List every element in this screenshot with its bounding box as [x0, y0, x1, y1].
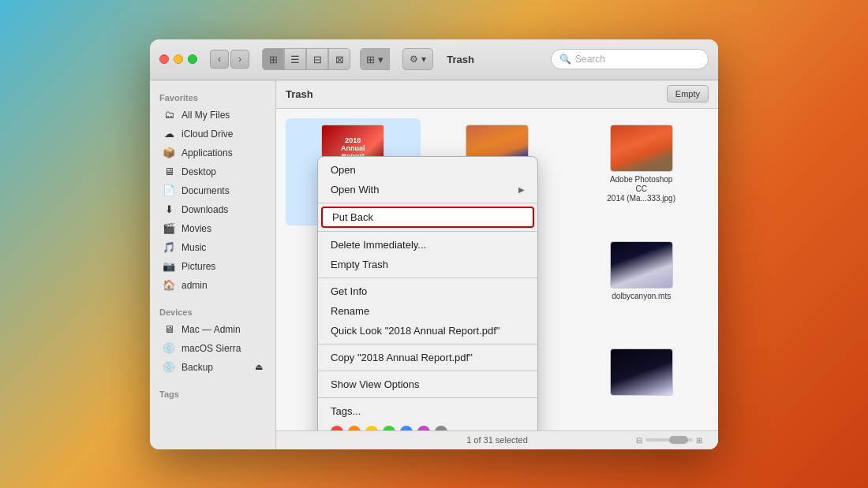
tag-orange[interactable]	[348, 426, 361, 430]
menu-separator	[318, 278, 537, 278]
sidebar-item-movies[interactable]: 🎬 Movies	[153, 219, 272, 238]
file-thumbnail	[610, 348, 673, 396]
menu-separator	[318, 397, 537, 398]
search-bar[interactable]: 🔍 Search	[551, 49, 709, 69]
zoom-out-icon: ⊟	[636, 436, 642, 445]
movies-icon: 🎬	[163, 222, 175, 235]
menu-separator	[318, 203, 537, 203]
pictures-icon: 📷	[163, 260, 175, 273]
columns-view-button[interactable]: ⊟	[306, 48, 328, 70]
context-menu: Open Open With ▶ Put Back Delete Immedia…	[317, 156, 538, 430]
tag-gray[interactable]	[435, 426, 447, 430]
sidebar-item-label: Desktop	[181, 166, 216, 177]
sidebar-item-label: Backup	[181, 362, 213, 373]
search-placeholder: Search	[575, 54, 605, 65]
downloads-icon: ⬇	[163, 203, 175, 216]
tag-green[interactable]	[383, 426, 395, 430]
menu-item-copy[interactable]: Copy "2018 Annual Report.pdf"	[318, 348, 537, 367]
macos-icon: 💿	[163, 342, 175, 355]
sidebar: Favorites 🗂 All My Files ☁ iCloud Drive …	[150, 80, 276, 449]
back-button[interactable]: ‹	[210, 50, 229, 69]
sidebar-item-mac-admin[interactable]: 🖥 Mac — Admin	[153, 320, 272, 339]
forward-button[interactable]: ›	[230, 50, 249, 69]
minimize-button[interactable]	[174, 54, 183, 64]
file-thumbnail	[610, 125, 673, 172]
sidebar-item-backup[interactable]: 💿 Backup ⏏	[153, 358, 272, 377]
zoom-in-icon: ⊞	[696, 436, 702, 445]
tags-label: Tags	[150, 383, 275, 402]
menu-item-quick-look[interactable]: Quick Look "2018 Annual Report.pdf"	[318, 321, 537, 341]
sidebar-item-label: Documents	[181, 185, 230, 196]
close-button[interactable]	[159, 54, 169, 64]
menu-item-open-with[interactable]: Open With ▶	[318, 180, 537, 199]
sidebar-item-documents[interactable]: 📄 Documents	[153, 181, 272, 200]
cover-view-button[interactable]: ⊠	[328, 48, 350, 70]
menu-item-empty-trash[interactable]: Empty Trash	[318, 255, 537, 274]
finder-window: ‹ › ⊞ ☰ ⊟ ⊠ ⊞ ▾ ⚙ ▾ Trash 🔍 Search Favor…	[150, 39, 718, 449]
favorites-label: Favorites	[150, 87, 275, 106]
sidebar-item-label: Downloads	[181, 204, 228, 215]
zoom-slider-thumb[interactable]	[669, 436, 688, 444]
empty-trash-button[interactable]: Empty	[667, 85, 709, 102]
view-controls: ⊞ ☰ ⊟ ⊠	[262, 48, 350, 70]
titlebar: ‹ › ⊞ ☰ ⊟ ⊠ ⊞ ▾ ⚙ ▾ Trash 🔍 Search	[150, 39, 718, 80]
sidebar-item-macos-sierra[interactable]: 💿 macOS Sierra	[153, 339, 272, 358]
main-content: Trash Empty 2018AnnualReport 2018 A...Re…	[276, 80, 718, 449]
sidebar-item-music[interactable]: 🎵 Music	[153, 238, 272, 257]
applications-icon: 📦	[163, 147, 175, 159]
tag-blue[interactable]	[400, 426, 413, 430]
menu-separator	[318, 231, 537, 232]
menu-item-open[interactable]: Open	[318, 160, 537, 180]
sidebar-item-pictures[interactable]: 📷 Pictures	[153, 257, 272, 276]
submenu-arrow: ▶	[518, 185, 525, 194]
backup-icon: 💿	[163, 361, 175, 374]
menu-item-put-back[interactable]: Put Back	[321, 207, 534, 228]
sidebar-item-admin[interactable]: 🏠 admin	[153, 276, 272, 295]
zoom-slider-track[interactable]	[645, 438, 693, 441]
status-text: 1 of 31 selected	[466, 435, 528, 445]
menu-separator	[318, 371, 537, 371]
search-icon: 🔍	[559, 54, 571, 65]
sidebar-item-label: Applications	[181, 147, 233, 158]
sidebar-item-label: admin	[181, 280, 208, 291]
file-item[interactable]: Adobe Photoshop CC2014 (Ma...333.jpg)	[574, 118, 709, 225]
file-grid: 2018AnnualReport 2018 A...Repor... ...ho…	[276, 109, 718, 430]
music-icon: 🎵	[163, 241, 175, 254]
tag-purple[interactable]	[417, 426, 430, 430]
status-bar: 1 of 31 selected ⊟ ⊞	[276, 430, 718, 449]
sidebar-item-icloud[interactable]: ☁ iCloud Drive	[153, 125, 272, 143]
traffic-lights	[159, 54, 197, 64]
menu-item-tags[interactable]: Tags...	[318, 401, 537, 421]
maximize-button[interactable]	[188, 54, 197, 64]
sidebar-item-downloads[interactable]: ⬇ Downloads	[153, 200, 272, 219]
devices-label: Devices	[150, 301, 275, 320]
tag-red[interactable]	[331, 426, 343, 430]
sidebar-item-all-my-files[interactable]: 🗂 All My Files	[153, 106, 272, 125]
file-item[interactable]: dolbycanyon.mts	[574, 235, 709, 333]
window-body: Favorites 🗂 All My Files ☁ iCloud Drive …	[150, 80, 718, 449]
tags-row	[318, 421, 537, 430]
sidebar-item-desktop[interactable]: 🖥 Desktop	[153, 162, 272, 181]
eject-icon: ⏏	[255, 362, 263, 372]
documents-icon: 📄	[163, 184, 175, 197]
menu-item-delete[interactable]: Delete Immediately...	[318, 235, 537, 255]
content-title: Trash	[286, 88, 667, 100]
nav-buttons: ‹ ›	[210, 50, 249, 69]
sidebar-item-label: Music	[181, 242, 206, 253]
sidebar-item-label: Movies	[181, 223, 211, 234]
file-item[interactable]	[574, 342, 709, 421]
menu-item-rename[interactable]: Rename	[318, 301, 537, 321]
sidebar-item-label: All My Files	[181, 110, 230, 121]
menu-separator	[318, 344, 537, 345]
menu-item-get-info[interactable]: Get Info	[318, 281, 537, 301]
desktop-icon: 🖥	[163, 166, 175, 178]
menu-item-show-view-options[interactable]: Show View Options	[318, 374, 537, 394]
sidebar-item-label: macOS Sierra	[181, 343, 241, 354]
mac-icon: 🖥	[163, 323, 175, 336]
tag-yellow[interactable]	[365, 426, 378, 430]
grid-view-button[interactable]: ⊞	[262, 48, 284, 70]
window-title: Trash	[376, 54, 544, 65]
sidebar-item-applications[interactable]: 📦 Applications	[153, 143, 272, 162]
admin-icon: 🏠	[163, 279, 175, 292]
list-view-button[interactable]: ☰	[284, 48, 306, 70]
